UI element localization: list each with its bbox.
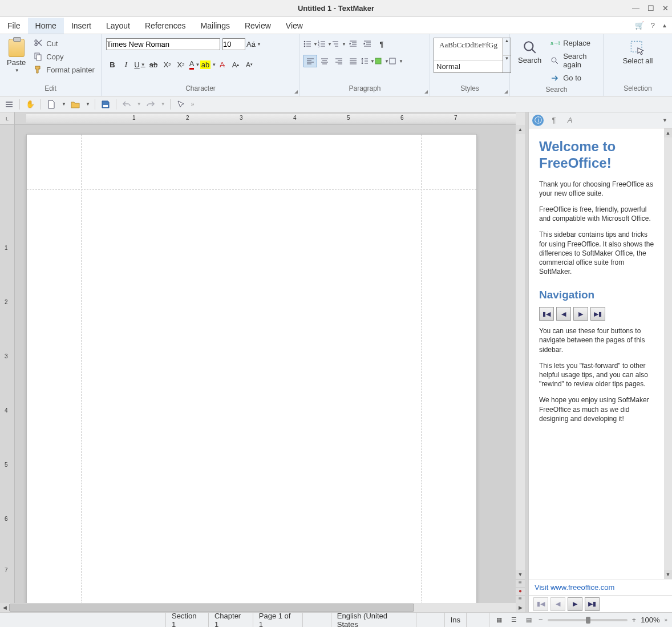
document-page[interactable] xyxy=(26,134,477,603)
multilevel-button[interactable]: ▼ xyxy=(332,38,346,50)
zoom-slider[interactable] xyxy=(548,619,628,621)
close-button[interactable]: ✕ xyxy=(662,4,669,13)
zoom-more-icon[interactable]: » xyxy=(664,617,667,623)
qat-overflow-icon[interactable]: » xyxy=(191,101,195,107)
scroll-left-icon[interactable]: ◀ xyxy=(0,603,9,612)
next-page-icon[interactable]: ≡ xyxy=(516,595,525,603)
chevron-down-icon[interactable]: ▼ xyxy=(62,102,66,107)
align-left-button[interactable] xyxy=(303,55,317,67)
nav-last-button[interactable]: ▶▮ xyxy=(585,597,600,611)
zoom-out-button[interactable]: − xyxy=(539,616,543,624)
sidebar-scrollbar[interactable]: ▲ ▼ xyxy=(664,128,672,579)
paste-button[interactable]: Paste ▼ xyxy=(3,37,29,75)
tab-file[interactable]: File xyxy=(0,18,28,34)
prev-page-icon[interactable]: ≡ xyxy=(516,579,525,587)
view-outline-icon[interactable]: ☰ xyxy=(509,616,519,625)
cut-button[interactable]: Cut xyxy=(31,38,97,49)
nav-prev-button[interactable]: ◀ xyxy=(550,597,565,611)
sidebar-tab-nav[interactable]: ¶ xyxy=(548,115,560,126)
dec-indent-button[interactable] xyxy=(346,38,360,50)
redo-button[interactable] xyxy=(145,99,156,110)
font-family-input[interactable] xyxy=(106,38,220,50)
pointer-icon[interactable] xyxy=(175,99,187,110)
shading-button[interactable]: ▼ xyxy=(375,55,388,67)
cart-icon[interactable]: 🛒 xyxy=(635,21,644,30)
scroll-right-icon[interactable]: ▶ xyxy=(516,603,525,612)
chevron-down-icon[interactable]: ▼ xyxy=(15,68,19,73)
subscript-button[interactable]: X2 xyxy=(161,58,173,71)
zoom-in-button[interactable]: + xyxy=(632,616,637,624)
dialog-launcher-icon[interactable] xyxy=(504,90,508,94)
nav-next-button[interactable]: ▶ xyxy=(573,307,588,321)
tab-references[interactable]: References xyxy=(137,18,193,34)
tab-mailings[interactable]: Mailings xyxy=(193,18,237,34)
sidebar-tab-info[interactable]: ⓘ xyxy=(532,115,544,126)
style-gallery[interactable]: AaBbCcDdEeFfGg Normal xyxy=(434,38,503,73)
highlight-button[interactable]: ab▼ xyxy=(202,58,214,71)
tab-review[interactable]: Review xyxy=(237,18,278,34)
chevron-down-icon[interactable]: ▼ xyxy=(86,102,90,107)
replace-button[interactable]: a→bReplace xyxy=(548,38,600,48)
clear-format-button[interactable]: A̶ xyxy=(216,58,228,71)
nav-last-button[interactable]: ▶▮ xyxy=(590,307,605,321)
pan-icon[interactable]: ✋ xyxy=(25,99,36,110)
select-all-button[interactable]: Select all xyxy=(618,37,658,68)
vertical-scrollbar[interactable]: ▲ ▼ ≡ ● ≡ xyxy=(516,125,525,603)
align-center-button[interactable] xyxy=(318,55,331,67)
format-painter-button[interactable]: Format painter xyxy=(31,64,97,75)
search-again-button[interactable]: Search again xyxy=(548,51,600,70)
ruler-corner[interactable]: L xyxy=(0,112,15,125)
browse-object-icon[interactable]: ● xyxy=(516,587,525,595)
scroll-down-icon[interactable]: ▼ xyxy=(664,570,672,579)
tab-home[interactable]: Home xyxy=(28,18,64,34)
align-right-button[interactable] xyxy=(332,55,346,67)
font-size-input[interactable] xyxy=(222,38,245,50)
bold-button[interactable]: B xyxy=(106,58,119,71)
minimize-button[interactable]: — xyxy=(632,4,639,13)
numbering-button[interactable]: 123▼ xyxy=(318,38,331,50)
maximize-button[interactable]: ☐ xyxy=(647,4,654,13)
help-icon[interactable]: ? xyxy=(651,21,655,30)
scroll-thumb[interactable] xyxy=(9,604,414,612)
search-button[interactable]: Search xyxy=(513,37,546,68)
superscript-button[interactable]: X2 xyxy=(175,58,187,71)
dialog-launcher-icon[interactable] xyxy=(294,90,298,94)
vertical-ruler[interactable]: 1 2 3 4 5 6 7 xyxy=(0,125,15,603)
tab-view[interactable]: View xyxy=(278,18,310,34)
new-doc-button[interactable] xyxy=(46,99,57,110)
change-case-button[interactable]: Aá▼ xyxy=(248,38,260,50)
sidebar-link[interactable]: Visit www.freeoffice.com xyxy=(535,583,614,592)
font-color-button[interactable]: A▼ xyxy=(188,58,201,71)
tab-layout[interactable]: Layout xyxy=(99,18,137,34)
horizontal-ruler[interactable]: 1 2 3 4 5 6 7 xyxy=(15,112,516,125)
copy-button[interactable]: Copy xyxy=(31,51,97,62)
save-button[interactable] xyxy=(100,99,111,110)
chevron-down-icon[interactable]: ▼ xyxy=(161,102,165,107)
scroll-up-icon[interactable]: ▲ xyxy=(516,125,525,134)
status-page[interactable]: Page 1 of 1 xyxy=(253,613,302,627)
status-ins[interactable]: Ins xyxy=(444,613,466,627)
inc-indent-button[interactable] xyxy=(361,38,374,50)
tab-insert[interactable]: Insert xyxy=(64,18,99,34)
status-language[interactable]: English (United States xyxy=(331,613,416,627)
collapse-ribbon-icon[interactable]: ▲ xyxy=(662,22,667,29)
sidebar-tab-styles[interactable]: A xyxy=(564,115,576,126)
view-normal-icon[interactable]: ▦ xyxy=(494,616,504,625)
italic-button[interactable]: I xyxy=(120,58,132,71)
scroll-down-icon[interactable]: ▼ xyxy=(516,570,525,579)
status-chapter[interactable]: Chapter 1 xyxy=(208,613,253,627)
dialog-launcher-icon[interactable] xyxy=(424,90,428,94)
sidebar-menu-icon[interactable]: ▼ xyxy=(662,118,667,123)
horizontal-scrollbar[interactable]: ◀ ▶ xyxy=(0,603,525,612)
align-justify-button[interactable] xyxy=(346,55,360,67)
shrink-font-button[interactable]: A▾ xyxy=(243,58,256,71)
underline-button[interactable]: U▼ xyxy=(133,58,146,71)
nav-first-button[interactable]: ▮◀ xyxy=(539,307,554,321)
status-section[interactable]: Section 1 xyxy=(165,613,208,627)
grow-font-button[interactable]: A▴ xyxy=(229,58,242,71)
nav-prev-button[interactable]: ◀ xyxy=(556,307,571,321)
qat-menu-icon[interactable] xyxy=(3,99,15,110)
undo-button[interactable] xyxy=(121,99,132,110)
view-master-icon[interactable]: ▤ xyxy=(524,616,534,625)
zoom-value[interactable]: 100% xyxy=(641,616,659,624)
